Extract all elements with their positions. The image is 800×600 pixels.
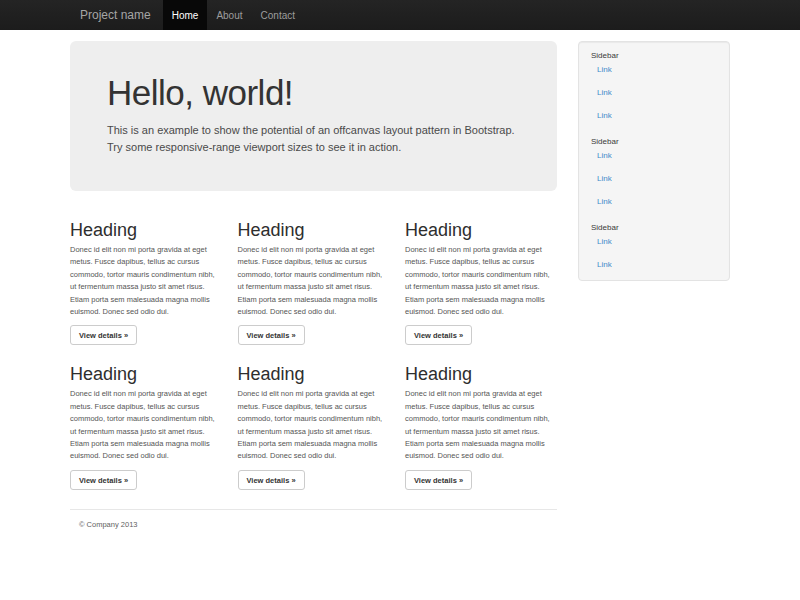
jumbotron-subtitle: This is an example to show the potential…: [107, 122, 522, 156]
card-5: Heading Donec id elit non mi porta gravi…: [238, 355, 390, 489]
page: Project name Home About Contact Hello, w…: [0, 0, 800, 600]
card-body-text: Donec id elit non mi porta gravida at eg…: [70, 244, 222, 318]
card-body-text: Donec id elit non mi porta gravida at eg…: [70, 388, 222, 462]
copyright-text: © Company 2013: [70, 520, 557, 529]
view-details-button[interactable]: View details »: [405, 470, 472, 490]
sidebar-link[interactable]: Link: [591, 193, 717, 216]
jumbotron: Hello, world! This is an example to show…: [70, 41, 557, 191]
card-3: Heading Donec id elit non mi porta gravi…: [405, 211, 557, 345]
cards-row-1: Heading Donec id elit non mi porta gravi…: [70, 211, 557, 345]
sidebar-link[interactable]: Link: [591, 107, 717, 130]
sidebar-link[interactable]: Link: [591, 256, 717, 279]
view-details-button[interactable]: View details »: [70, 470, 137, 490]
brand-link[interactable]: Project name: [70, 0, 161, 30]
card-4: Heading Donec id elit non mi porta gravi…: [70, 355, 222, 489]
sidebar: Sidebar Link Link Link Sidebar Link Link…: [578, 41, 730, 281]
card-body-text: Donec id elit non mi porta gravida at eg…: [238, 244, 390, 318]
sidebar-well: Sidebar Link Link Link Sidebar Link Link…: [578, 41, 730, 281]
sidebar-link[interactable]: Link: [591, 233, 717, 256]
sidebar-group-title: Sidebar: [591, 136, 717, 147]
nav-item-about[interactable]: About: [207, 0, 251, 30]
navbar-menu: Home About Contact: [163, 0, 304, 30]
card-heading: Heading: [70, 364, 222, 384]
view-details-button[interactable]: View details »: [405, 325, 472, 345]
card-heading: Heading: [70, 220, 222, 240]
nav-item-home[interactable]: Home: [163, 0, 208, 30]
card-heading: Heading: [405, 220, 557, 240]
card-body-text: Donec id elit non mi porta gravida at eg…: [238, 388, 390, 462]
navbar: Project name Home About Contact: [0, 0, 800, 30]
jumbotron-title: Hello, world!: [107, 75, 520, 111]
card-heading: Heading: [238, 220, 390, 240]
view-details-button[interactable]: View details »: [238, 325, 305, 345]
footer-divider: [70, 509, 557, 510]
content-container: Hello, world! This is an example to show…: [70, 30, 730, 529]
cards-row-2: Heading Donec id elit non mi porta gravi…: [70, 355, 557, 489]
sidebar-group-title: Sidebar: [591, 222, 717, 233]
card-6: Heading Donec id elit non mi porta gravi…: [405, 355, 557, 489]
card-2: Heading Donec id elit non mi porta gravi…: [238, 211, 390, 345]
sidebar-link[interactable]: Link: [591, 61, 717, 84]
card-body-text: Donec id elit non mi porta gravida at eg…: [405, 244, 557, 318]
main-column: Hello, world! This is an example to show…: [70, 41, 557, 529]
card-body-text: Donec id elit non mi porta gravida at eg…: [405, 388, 557, 462]
footer: © Company 2013: [70, 509, 557, 529]
sidebar-link[interactable]: Link: [591, 84, 717, 107]
card-1: Heading Donec id elit non mi porta gravi…: [70, 211, 222, 345]
navbar-container: Project name Home About Contact: [70, 0, 730, 30]
view-details-button[interactable]: View details »: [70, 325, 137, 345]
sidebar-link[interactable]: Link: [591, 170, 717, 193]
sidebar-link[interactable]: Link: [591, 147, 717, 170]
card-heading: Heading: [238, 364, 390, 384]
card-heading: Heading: [405, 364, 557, 384]
sidebar-group-title: Sidebar: [591, 50, 717, 61]
nav-item-contact[interactable]: Contact: [252, 0, 304, 30]
view-details-button[interactable]: View details »: [238, 470, 305, 490]
